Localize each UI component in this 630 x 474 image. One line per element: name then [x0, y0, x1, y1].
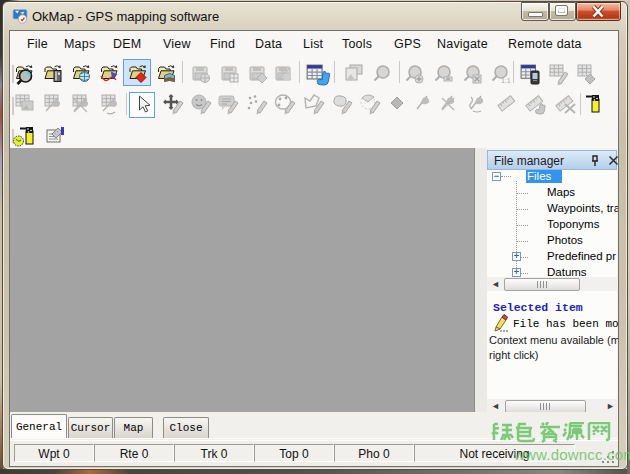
svg-text:1:1: 1:1: [501, 77, 511, 84]
